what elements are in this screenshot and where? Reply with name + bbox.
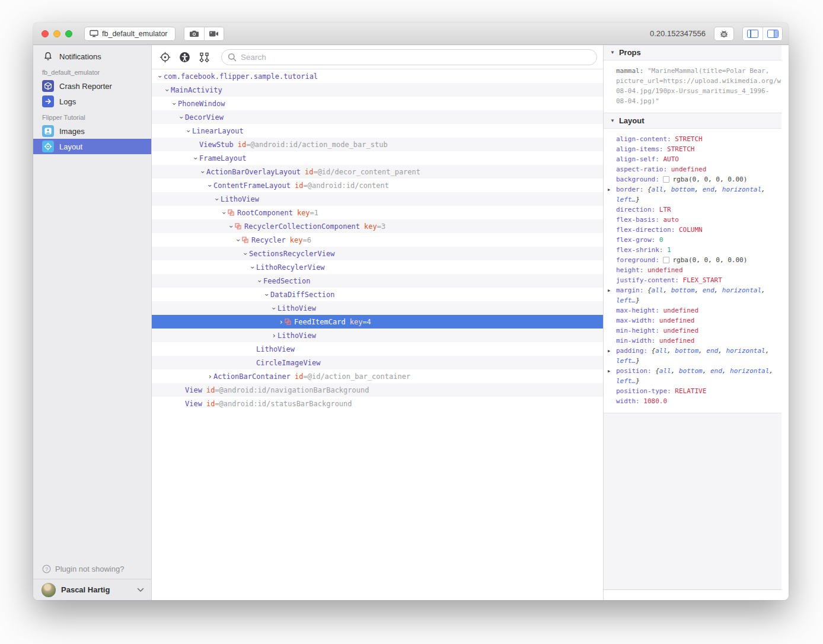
layout-prop-row[interactable]: ▶border: {all, bottom, end, horizontal, … [604,184,780,205]
chevron-down-icon[interactable]: › [178,114,185,121]
bug-icon [719,29,729,38]
chevron-right-icon[interactable]: › [206,373,213,380]
avatar [42,583,56,597]
layout-prop-row[interactable]: ▶padding: {all, bottom, end, horizontal,… [604,346,780,366]
expand-icon[interactable]: ▶ [608,366,610,377]
sidebar-item-notifications[interactable]: Notifications [33,49,151,64]
layout-prop-row: aspect-ratio: undefined [604,164,780,174]
chevron-down-icon[interactable]: › [228,223,235,230]
monitor-icon [90,30,98,37]
tree-row[interactable]: LithoView [152,342,603,356]
accessibility-mode-button[interactable] [176,49,193,65]
tree-node-name: View [185,386,202,394]
layout-section-header[interactable]: ▼ Layout [604,113,781,129]
sidebar-item-logs[interactable]: Logs [33,94,151,109]
chevron-down-icon[interactable]: › [199,168,206,176]
tree-row[interactable]: ›LithoView [152,301,603,315]
chevron-down-icon[interactable]: › [242,250,249,257]
layout-prop-key: foreground: [616,256,663,264]
flipper-window: fb_default_emulator 0.20.152347556 [33,23,789,600]
chevron-down-icon[interactable]: › [171,100,178,107]
chevron-down-icon[interactable]: › [157,73,164,80]
device-selector-label: fb_default_emulator [102,30,168,38]
expand-icon[interactable]: ▶ [608,286,610,296]
chevron-down-icon[interactable]: › [221,209,228,216]
tree-row[interactable]: Viewid=@android:id/navigationBarBackgrou… [152,383,603,397]
tree-row[interactable]: ›FeedSection [152,274,603,288]
tree-row[interactable]: ›DecorView [152,110,603,124]
chevron-down-icon[interactable]: › [235,237,242,244]
props-section-header[interactable]: ▼ Props [604,45,781,60]
tree-row[interactable]: ›RootComponentkey=1 [152,206,603,219]
layout-prop-key: position-type: [616,387,675,395]
user-account-row[interactable]: Pascal Hartig [33,579,151,600]
toggle-right-panel-button[interactable] [763,27,782,40]
tree-node-name: com.facebook.flipper.sample.tutorial [164,72,318,81]
report-bug-button[interactable] [714,27,734,41]
layout-prop-row[interactable]: ▶margin: {all, bottom, end, horizontal, … [604,285,780,305]
tree-row[interactable]: ›DataDiffSection [152,288,603,301]
tree-row[interactable]: ›Recyclerkey=6 [152,233,603,247]
zoom-window-button[interactable] [65,30,72,37]
chevron-down-icon[interactable]: › [213,196,221,203]
tree-row[interactable]: ›MainActivity [152,83,603,97]
toggle-left-panel-button[interactable] [743,27,763,40]
chevron-down-icon[interactable]: › [164,87,171,94]
svg-text:?: ? [45,566,48,572]
chevron-down-icon[interactable]: › [206,182,213,189]
layout-prop-key: flex-shrink: [616,246,667,254]
tree-row[interactable]: ›LithoView [152,329,603,342]
tree-row[interactable]: ›FrameLayout [152,151,603,165]
device-selector[interactable]: fb_default_emulator [84,27,176,41]
tree-row[interactable]: ›ActionBarContainerid=@id/action_bar_con… [152,369,603,383]
plugin-help-link[interactable]: ? Plugin not showing? [33,559,151,579]
chevron-down-icon[interactable]: › [270,305,277,312]
expand-icon[interactable]: ▶ [608,346,610,356]
layout-prop-row: foreground: rgba(0, 0, 0, 0.00) [604,255,780,265]
layout-prop-row: align-self: AUTO [604,154,780,164]
screenshot-button[interactable] [184,27,204,40]
tree-node-attribute: id=@id/action_bar_container [295,372,410,381]
tree-row[interactable]: ›FeedItemCardkey=4 [152,315,603,329]
sidebar-item-layout[interactable]: Layout [33,139,151,154]
tree-row[interactable]: ›PhoneWindow [152,97,603,110]
tree-row[interactable]: ›LithoRecylerView [152,260,603,274]
tree-row[interactable]: ›SectionsRecyclerView [152,247,603,260]
layout-prop-key: align-items: [616,145,667,153]
tree-row[interactable]: Viewid=@android:id/statusBarBackground [152,397,603,410]
expand-icon[interactable]: ▶ [608,185,610,195]
close-window-button[interactable] [42,30,49,37]
chevron-right-icon[interactable]: › [270,332,277,339]
layout-prop-row: width: 1080.0 [604,396,780,406]
chevron-down-icon[interactable]: › [263,291,270,298]
search-input[interactable] [241,53,591,62]
tree-row[interactable]: ›ContentFrameLayoutid=@android:id/conten… [152,178,603,192]
layout-prop-row: min-height: undefined [604,326,780,336]
tree-row[interactable]: ›com.facebook.flipper.sample.tutorial [152,69,603,83]
layout-prop-row[interactable]: ▶position: {all, bottom, end, horizontal… [604,366,780,386]
tree-row[interactable]: ›LithoView [152,192,603,206]
logs-icon [42,95,54,107]
tree-row[interactable]: ›RecyclerCollectionComponentkey=3 [152,219,603,233]
tree-node-name: CircleImageView [256,359,320,367]
sidebar-item-images[interactable]: Images [33,123,151,139]
images-icon [42,125,54,137]
layout-prop-row: direction: LTR [604,205,780,215]
tree-row[interactable]: ›LinearLayout [152,124,603,138]
sidebar-item-crash-reporter[interactable]: Crash Reporter [33,78,151,94]
layout-prop-row: flex-shrink: 1 [604,245,780,255]
minimize-window-button[interactable] [53,30,60,37]
layout-prop-key: flex-grow: [616,236,659,244]
target-mode-button[interactable] [157,49,173,65]
tree-row[interactable]: ViewStubid=@android:id/action_mode_bar_s… [152,138,603,151]
tree-row[interactable]: CircleImageView [152,356,603,369]
tree-node-name: LithoRecylerView [256,263,325,272]
chevron-right-icon[interactable]: › [277,318,285,326]
chevron-down-icon[interactable]: › [192,155,199,162]
expand-tree-button[interactable] [196,49,212,65]
chevron-down-icon[interactable]: › [249,264,256,271]
tree-row[interactable]: ›ActionBarOverlayLayoutid=@id/decor_cont… [152,165,603,178]
screen-record-button[interactable] [204,27,224,40]
chevron-down-icon[interactable]: › [185,127,192,135]
chevron-down-icon[interactable]: › [256,278,263,285]
